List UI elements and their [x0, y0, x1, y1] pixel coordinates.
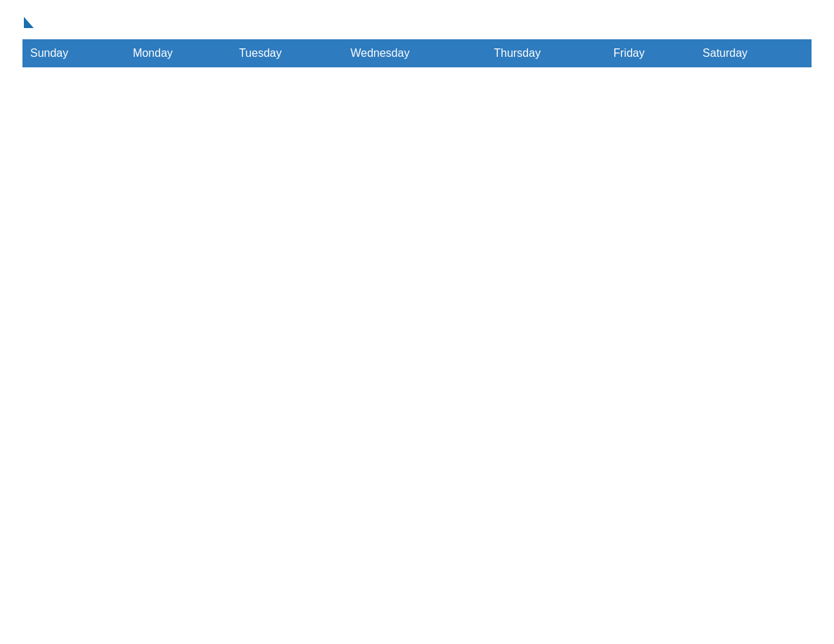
weekday-header-row: SundayMondayTuesdayWednesdayThursdayFrid…: [23, 40, 812, 67]
weekday-header-sunday: Sunday: [23, 40, 126, 67]
weekday-header-tuesday: Tuesday: [232, 40, 343, 67]
logo: [22, 17, 34, 31]
logo-arrow-icon: [24, 17, 34, 28]
weekday-header-friday: Friday: [606, 40, 695, 67]
page-header: [22, 17, 812, 31]
weekday-header-wednesday: Wednesday: [343, 40, 486, 67]
weekday-header-monday: Monday: [126, 40, 232, 67]
weekday-header-saturday: Saturday: [695, 40, 811, 67]
weekday-header-thursday: Thursday: [486, 40, 606, 67]
calendar-table: SundayMondayTuesdayWednesdayThursdayFrid…: [22, 39, 812, 67]
